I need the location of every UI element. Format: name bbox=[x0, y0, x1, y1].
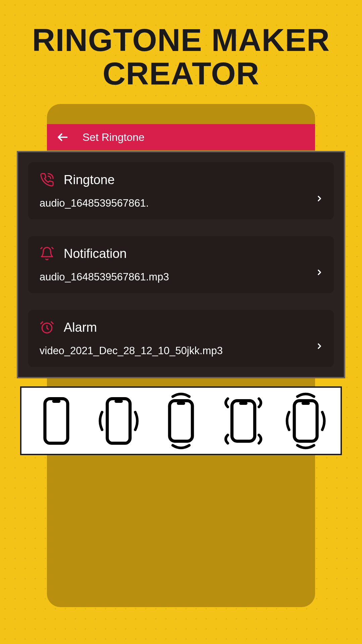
promo-stage: RINGTONE MAKER CREATOR Set Ringtone bbox=[0, 0, 362, 644]
svg-rect-11 bbox=[302, 401, 310, 405]
svg-rect-3 bbox=[52, 399, 61, 402]
svg-rect-6 bbox=[170, 400, 192, 441]
alarm-clock-icon bbox=[40, 320, 54, 335]
chevron-right-icon bbox=[315, 268, 324, 278]
svg-rect-10 bbox=[294, 400, 317, 441]
svg-rect-4 bbox=[107, 398, 130, 443]
hero-line-1: RINGTONE MAKER bbox=[0, 23, 362, 57]
app-bar-title: Set Ringtone bbox=[82, 131, 144, 144]
chevron-right-icon bbox=[315, 194, 324, 204]
card-header: Notification bbox=[40, 246, 322, 261]
back-arrow-icon[interactable] bbox=[56, 131, 69, 144]
setting-value: audio_1648539567861.mp3 bbox=[40, 271, 322, 283]
setting-title: Notification bbox=[64, 247, 127, 261]
phone-ring-loud-icon bbox=[276, 391, 336, 451]
card-header: Alarm bbox=[40, 320, 322, 335]
setting-value: video_2021_Dec_28_12_10_50jkk.mp3 bbox=[40, 345, 322, 357]
card-header: Ringtone bbox=[40, 172, 322, 187]
hero-line-2: CREATOR bbox=[0, 57, 362, 91]
phone-shake-icon bbox=[213, 391, 274, 451]
svg-rect-9 bbox=[239, 401, 248, 405]
setting-value: audio_1648539567861. bbox=[40, 197, 322, 209]
setting-title: Alarm bbox=[64, 320, 97, 335]
settings-panel: Ringtone audio_1648539567861. Notific bbox=[17, 151, 345, 378]
alarm-setting-card[interactable]: Alarm video_2021_Dec_28_12_10_50jkk.mp3 bbox=[28, 310, 334, 367]
chevron-right-icon bbox=[315, 342, 324, 352]
phone-ring-side-icon bbox=[88, 391, 149, 451]
bell-icon bbox=[40, 246, 54, 261]
setting-title: Ringtone bbox=[64, 173, 115, 187]
phone-vibrate-vertical-icon bbox=[151, 391, 211, 451]
hero-title: RINGTONE MAKER CREATOR bbox=[0, 23, 362, 91]
phone-vibration-illustration bbox=[20, 386, 342, 455]
notification-setting-card[interactable]: Notification audio_1648539567861.mp3 bbox=[28, 236, 334, 293]
phone-ring-icon bbox=[40, 172, 54, 187]
svg-rect-2 bbox=[45, 398, 68, 443]
svg-rect-7 bbox=[177, 401, 185, 405]
svg-rect-5 bbox=[115, 399, 123, 402]
phone-silent-icon bbox=[26, 391, 86, 451]
ringtone-setting-card[interactable]: Ringtone audio_1648539567861. bbox=[28, 162, 334, 219]
app-bar: Set Ringtone bbox=[47, 124, 315, 150]
svg-rect-8 bbox=[232, 400, 255, 441]
